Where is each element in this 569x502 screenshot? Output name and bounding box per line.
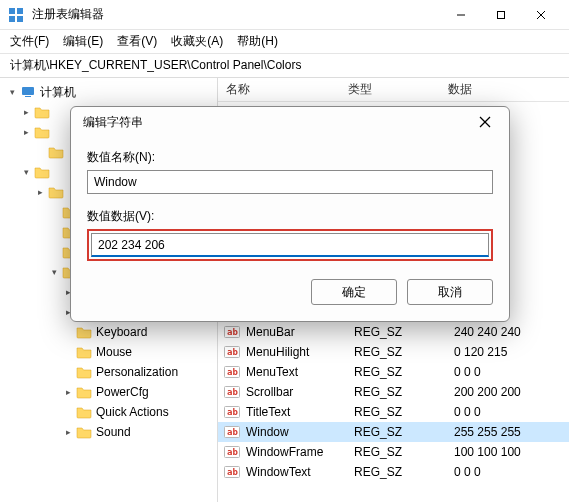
folder-icon [76,425,92,439]
menu-favorites[interactable]: 收藏夹(A) [171,33,223,50]
table-row[interactable]: abScrollbarREG_SZ200 200 200 [218,382,569,402]
minimize-button[interactable] [441,1,481,29]
chevron-down-icon[interactable]: ▾ [6,87,18,97]
svg-text:ab: ab [227,467,238,477]
tree-item[interactable]: ▸PowerCfg [0,382,217,402]
col-name[interactable]: 名称 [218,81,348,98]
tree-item-label: PowerCfg [96,385,149,399]
window-buttons [441,1,561,29]
list-header: 名称 类型 数据 [218,78,569,102]
svg-text:ab: ab [227,387,238,397]
table-row[interactable]: abTitleTextREG_SZ0 0 0 [218,402,569,422]
cell-name: MenuHilight [246,345,354,359]
table-row[interactable]: abWindowTextREG_SZ0 0 0 [218,462,569,482]
col-type[interactable]: 类型 [348,81,448,98]
chevron-right-icon[interactable]: ▸ [20,107,32,117]
svg-text:ab: ab [227,407,238,417]
string-value-icon: ab [224,424,240,440]
value-name-field[interactable] [87,170,493,194]
close-icon [479,116,491,128]
value-data-field[interactable] [91,233,489,257]
folder-icon [76,345,92,359]
svg-rect-5 [498,11,505,18]
dialog-titlebar: 编辑字符串 [71,107,509,137]
string-value-icon: ab [224,344,240,360]
chevron-right-icon[interactable]: ▸ [62,387,74,397]
highlighted-input-box [87,229,493,261]
cell-name: Scrollbar [246,385,354,399]
svg-rect-9 [25,96,31,97]
dialog-close-button[interactable] [473,110,497,134]
cell-type: REG_SZ [354,465,454,479]
folder-icon [76,365,92,379]
cell-data: 240 240 240 [454,325,569,339]
cell-data: 0 120 215 [454,345,569,359]
svg-rect-0 [9,8,15,14]
cell-type: REG_SZ [354,425,454,439]
table-row[interactable]: abMenuBarREG_SZ240 240 240 [218,322,569,342]
cell-data: 200 200 200 [454,385,569,399]
chevron-down-icon[interactable]: ▾ [20,167,32,177]
address-bar[interactable]: 计算机\HKEY_CURRENT_USER\Control Panel\Colo… [0,54,569,78]
table-row[interactable]: abWindowFrameREG_SZ100 100 100 [218,442,569,462]
tree-item[interactable]: ▸Sound [0,422,217,442]
tree-item[interactable]: Keyboard [0,322,217,342]
table-row[interactable]: abMenuHilightREG_SZ0 120 215 [218,342,569,362]
tree-item-label: Keyboard [96,325,147,339]
close-button[interactable] [521,1,561,29]
svg-text:ab: ab [227,327,238,337]
cell-data: 100 100 100 [454,445,569,459]
tree-item-label: Sound [96,425,131,439]
folder-icon [76,325,92,339]
cell-type: REG_SZ [354,405,454,419]
string-value-icon: ab [224,464,240,480]
dialog-title: 编辑字符串 [83,114,473,131]
folder-icon [48,185,64,199]
tree-root[interactable]: ▾ 计算机 [0,82,217,102]
svg-rect-8 [22,87,34,95]
chevron-right-icon[interactable]: ▸ [62,427,74,437]
chevron-down-icon[interactable]: ▾ [48,267,60,277]
cell-type: REG_SZ [354,365,454,379]
tree-item[interactable]: Quick Actions [0,402,217,422]
string-value-icon: ab [224,324,240,340]
folder-icon [76,385,92,399]
dialog-body: 数值名称(N): 数值数据(V): 确定 取消 [71,137,509,321]
cell-data: 0 0 0 [454,365,569,379]
folder-icon [48,145,64,159]
string-value-icon: ab [224,384,240,400]
chevron-right-icon[interactable]: ▸ [34,187,46,197]
cell-data: 255 255 255 [454,425,569,439]
menu-view[interactable]: 查看(V) [117,33,157,50]
string-value-icon: ab [224,404,240,420]
folder-icon [76,405,92,419]
svg-rect-1 [17,8,23,14]
edit-string-dialog: 编辑字符串 数值名称(N): 数值数据(V): 确定 取消 [70,106,510,322]
menu-help[interactable]: 帮助(H) [237,33,278,50]
cell-name: WindowText [246,465,354,479]
cell-name: MenuBar [246,325,354,339]
window-title: 注册表编辑器 [32,6,441,23]
menu-edit[interactable]: 编辑(E) [63,33,103,50]
table-row[interactable]: abWindowREG_SZ255 255 255 [218,422,569,442]
menu-file[interactable]: 文件(F) [10,33,49,50]
maximize-button[interactable] [481,1,521,29]
tree-item[interactable]: Personalization [0,362,217,382]
app-icon [8,7,24,23]
col-data[interactable]: 数据 [448,81,569,98]
cell-name: WindowFrame [246,445,354,459]
tree-item[interactable]: Mouse [0,342,217,362]
ok-button[interactable]: 确定 [311,279,397,305]
table-row[interactable]: abMenuTextREG_SZ0 0 0 [218,362,569,382]
folder-icon [34,165,50,179]
value-data-label: 数值数据(V): [87,208,493,225]
value-name-label: 数值名称(N): [87,149,493,166]
address-text: 计算机\HKEY_CURRENT_USER\Control Panel\Colo… [10,57,301,74]
svg-rect-3 [17,16,23,22]
chevron-right-icon[interactable]: ▸ [20,127,32,137]
folder-icon [34,125,50,139]
cancel-button[interactable]: 取消 [407,279,493,305]
cell-type: REG_SZ [354,325,454,339]
cell-data: 0 0 0 [454,405,569,419]
tree-item-label: Personalization [96,365,178,379]
